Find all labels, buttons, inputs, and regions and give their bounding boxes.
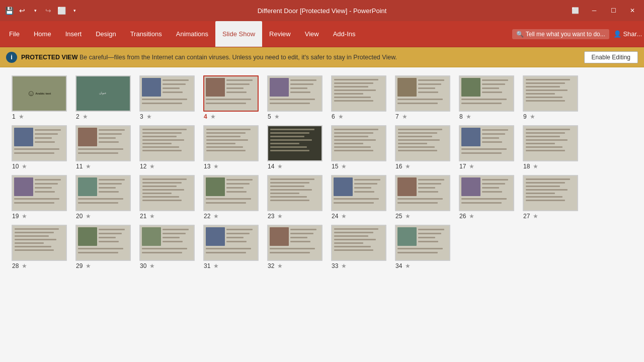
slide-item[interactable]: 29★	[74, 225, 132, 269]
slide-item[interactable]: 15★	[330, 125, 387, 170]
slide-thumbnail-25[interactable]	[395, 175, 450, 211]
slide-favorite-icon[interactable]: ★	[533, 213, 538, 220]
slide-item[interactable]: 6★	[330, 75, 387, 120]
slide-thumbnail-16[interactable]	[395, 125, 450, 161]
maximize-button[interactable]: ☐	[606, 6, 621, 16]
slide-thumbnail-5[interactable]	[267, 75, 323, 112]
slide-item[interactable]: 34★	[393, 225, 451, 269]
slide-favorite-icon[interactable]: ★	[86, 213, 91, 220]
slide-thumbnail-31[interactable]	[203, 225, 259, 261]
slide-thumbnail-3[interactable]	[139, 75, 195, 112]
slide-favorite-icon[interactable]: ★	[405, 163, 411, 170]
slide-thumbnail-20[interactable]	[75, 175, 131, 211]
slide-favorite-icon[interactable]: ★	[210, 113, 216, 120]
tab-insert[interactable]: Insert	[58, 21, 89, 47]
slide-thumbnail-26[interactable]	[459, 175, 514, 211]
ribbon-display-icon[interactable]: ⬜	[568, 6, 583, 16]
slide-favorite-icon[interactable]: ★	[466, 113, 471, 120]
slide-thumbnail-6[interactable]	[331, 75, 386, 112]
slide-item[interactable]: 8★	[457, 75, 515, 120]
slide-item[interactable]: 16★	[393, 125, 451, 170]
slide-item[interactable]: ☺ Arabic text 1★	[10, 75, 68, 120]
slide-favorite-icon[interactable]: ★	[19, 113, 24, 120]
slide-favorite-icon[interactable]: ★	[338, 113, 344, 120]
slide-favorite-icon[interactable]: ★	[533, 163, 538, 170]
slide-thumbnail-4[interactable]	[203, 75, 259, 112]
slide-item[interactable]: 20★	[74, 175, 132, 220]
undo-dropdown-icon[interactable]: ▾	[30, 6, 40, 16]
enable-editing-button[interactable]: Enable Editing	[584, 51, 638, 63]
slide-thumbnail-33[interactable]	[331, 225, 386, 261]
slide-favorite-icon[interactable]: ★	[213, 262, 219, 269]
tab-home[interactable]: Home	[27, 21, 58, 47]
slide-item[interactable]: 27★	[521, 175, 579, 220]
slide-item[interactable]: 33★	[330, 225, 387, 269]
present-icon[interactable]: ⬜	[56, 6, 66, 16]
slide-favorite-icon[interactable]: ★	[213, 163, 219, 170]
slide-thumbnail-15[interactable]	[331, 125, 386, 161]
slide-favorite-icon[interactable]: ★	[146, 113, 152, 120]
slide-item[interactable]: 14★	[266, 125, 324, 170]
slide-thumbnail-9[interactable]	[523, 75, 578, 112]
slide-thumbnail-8[interactable]	[459, 75, 514, 112]
slide-item[interactable]: 4★	[202, 75, 260, 120]
slide-item[interactable]: 5★	[266, 75, 324, 120]
slide-thumbnail-11[interactable]	[75, 125, 131, 161]
slide-thumbnail-14[interactable]	[267, 125, 323, 161]
slide-item[interactable]: 3★	[138, 75, 196, 120]
slide-favorite-icon[interactable]: ★	[22, 213, 27, 220]
close-button[interactable]: ✕	[625, 6, 640, 16]
slide-item[interactable]: 26★	[457, 175, 515, 220]
save-icon[interactable]: 💾	[4, 6, 14, 16]
slide-favorite-icon[interactable]: ★	[86, 163, 91, 170]
slide-favorite-icon[interactable]: ★	[277, 213, 283, 220]
slide-thumbnail-22[interactable]	[203, 175, 259, 211]
tab-design[interactable]: Design	[89, 21, 123, 47]
slide-item[interactable]: 9★	[521, 75, 579, 120]
slide-favorite-icon[interactable]: ★	[274, 113, 280, 120]
slide-favorite-icon[interactable]: ★	[341, 163, 347, 170]
slide-thumbnail-24[interactable]	[331, 175, 386, 211]
slide-thumbnail-18[interactable]	[523, 125, 578, 161]
slide-favorite-icon[interactable]: ★	[149, 262, 155, 269]
slide-thumbnail-1[interactable]: ☺ Arabic text	[12, 75, 67, 112]
slide-thumbnail-13[interactable]	[203, 125, 259, 161]
slide-favorite-icon[interactable]: ★	[22, 262, 27, 269]
share-button[interactable]: 👤 Shar...	[613, 30, 642, 38]
minimize-button[interactable]: ─	[587, 6, 602, 16]
tab-view[interactable]: View	[298, 21, 326, 47]
slide-item[interactable]: 18★	[521, 125, 579, 170]
slide-item[interactable]: 31★	[202, 225, 260, 269]
tab-addins[interactable]: Add-Ins	[326, 21, 363, 47]
slide-thumbnail-32[interactable]	[267, 225, 323, 261]
slide-thumbnail-2[interactable]: عنوان	[75, 75, 131, 112]
slide-item[interactable]: 28★	[10, 225, 68, 269]
slide-item[interactable]: 12★	[138, 125, 196, 170]
slide-item[interactable]: 24★	[330, 175, 387, 220]
slide-favorite-icon[interactable]: ★	[277, 262, 283, 269]
redo-icon[interactable]: ↪	[43, 6, 53, 16]
tab-transitions[interactable]: Transitions	[123, 21, 169, 47]
slide-thumbnail-34[interactable]	[395, 225, 450, 261]
slide-thumbnail-17[interactable]	[459, 125, 514, 161]
slide-item[interactable]: 17★	[457, 125, 515, 170]
customize-icon[interactable]: ▾	[69, 6, 79, 16]
slide-item[interactable]: 21★	[138, 175, 196, 220]
slide-thumbnail-7[interactable]	[395, 75, 450, 112]
slide-favorite-icon[interactable]: ★	[213, 213, 219, 220]
slide-favorite-icon[interactable]: ★	[469, 163, 474, 170]
slide-favorite-icon[interactable]: ★	[341, 262, 347, 269]
tab-slideshow[interactable]: Slide Show	[215, 21, 262, 47]
slide-thumbnail-23[interactable]	[267, 175, 323, 211]
slide-favorite-icon[interactable]: ★	[149, 163, 155, 170]
slide-item[interactable]: 23★	[266, 175, 324, 220]
slide-item[interactable]: 19★	[10, 175, 68, 220]
slide-favorite-icon[interactable]: ★	[530, 113, 535, 120]
slide-favorite-icon[interactable]: ★	[149, 213, 155, 220]
slide-favorite-icon[interactable]: ★	[405, 213, 411, 220]
undo-icon[interactable]: ↩	[17, 6, 27, 16]
slide-item[interactable]: 13★	[202, 125, 260, 170]
slide-item[interactable]: 7★	[393, 75, 451, 120]
tab-review[interactable]: Review	[262, 21, 298, 47]
tab-file[interactable]: File	[2, 21, 27, 47]
